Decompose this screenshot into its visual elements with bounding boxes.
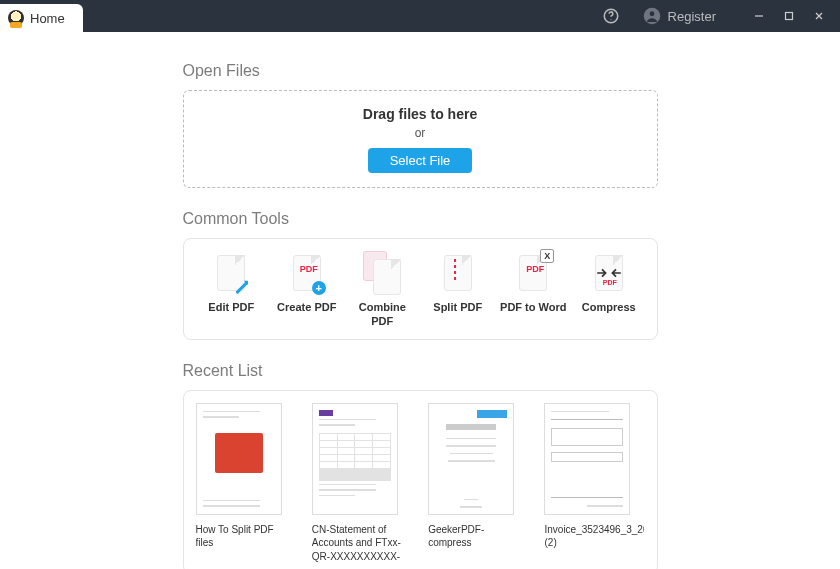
recent-panel: How To Split PDF files CN-Statement of A… (183, 390, 658, 570)
tool-edit-pdf[interactable]: Edit PDF (197, 253, 265, 329)
tool-label: Compress (582, 301, 636, 315)
combine-pdf-icon (365, 253, 399, 293)
open-files-title: Open Files (183, 62, 658, 80)
tool-label: PDF to Word (500, 301, 566, 315)
tool-label: Split PDF (433, 301, 482, 315)
recent-list-title: Recent List (183, 362, 658, 380)
recent-item[interactable]: How To Split PDF files (196, 403, 294, 565)
svg-point-3 (649, 11, 654, 16)
tool-combine-pdf[interactable]: Combine PDF (348, 253, 416, 329)
tool-pdf-to-word[interactable]: PDF X PDF to Word (499, 253, 567, 329)
main-content: Open Files Drag files to here or Select … (0, 32, 840, 569)
tools-panel: Edit PDF PDF + Create PDF Combine PDF (183, 238, 658, 340)
compress-icon: PDF (592, 253, 626, 293)
app-logo-icon (8, 10, 24, 26)
dropzone-text: Drag files to here (363, 106, 477, 122)
dropzone[interactable]: Drag files to here or Select File (183, 90, 658, 188)
thumbnail-icon (196, 403, 282, 515)
recent-item[interactable]: CN-Statement of Accounts and FTxx-QR-XXX… (312, 403, 410, 565)
tool-compress[interactable]: PDF Compress (575, 253, 643, 329)
titlebar: Home Register (0, 0, 840, 32)
register-button[interactable]: Register (636, 6, 722, 26)
thumbnail-icon (428, 403, 514, 515)
recent-item[interactable]: Invoice_3523496_3_2023 (2) (544, 403, 644, 565)
recent-item[interactable]: GeekerPDF-compress (428, 403, 526, 565)
tool-create-pdf[interactable]: PDF + Create PDF (273, 253, 341, 329)
select-file-button[interactable]: Select File (368, 148, 473, 173)
close-button[interactable] (804, 0, 834, 32)
recent-filename: How To Split PDF files (196, 523, 294, 550)
tool-label: Create PDF (277, 301, 336, 315)
thumbnail-icon (312, 403, 398, 515)
pdf-to-word-icon: PDF X (516, 253, 550, 293)
tool-label: Edit PDF (208, 301, 254, 315)
svg-point-1 (610, 19, 611, 20)
maximize-button[interactable] (774, 0, 804, 32)
split-pdf-icon (441, 253, 475, 293)
recent-filename: CN-Statement of Accounts and FTxx-QR-XXX… (312, 523, 410, 565)
common-tools-section: Common Tools Edit PDF PDF + Create PDF (183, 210, 658, 340)
recent-filename: Invoice_3523496_3_2023 (2) (544, 523, 644, 550)
minimize-button[interactable] (744, 0, 774, 32)
open-files-section: Open Files Drag files to here or Select … (183, 62, 658, 188)
window-controls (744, 0, 834, 32)
tab-label: Home (30, 11, 65, 26)
tool-split-pdf[interactable]: Split PDF (424, 253, 492, 329)
common-tools-title: Common Tools (183, 210, 658, 228)
recent-filename: GeekerPDF-compress (428, 523, 526, 550)
thumbnail-icon (544, 403, 630, 515)
help-icon[interactable] (600, 5, 622, 27)
svg-rect-5 (786, 13, 793, 20)
create-pdf-icon: PDF + (290, 253, 324, 293)
titlebar-spacer (83, 0, 600, 32)
titlebar-right: Register (600, 0, 840, 32)
tool-label: Combine PDF (348, 301, 416, 329)
edit-pdf-icon (214, 253, 248, 293)
register-label: Register (668, 9, 716, 24)
dropzone-or: or (415, 126, 426, 140)
user-icon (642, 6, 662, 26)
recent-list-section: Recent List How To Split PDF files (183, 362, 658, 570)
tab-home[interactable]: Home (0, 4, 83, 32)
